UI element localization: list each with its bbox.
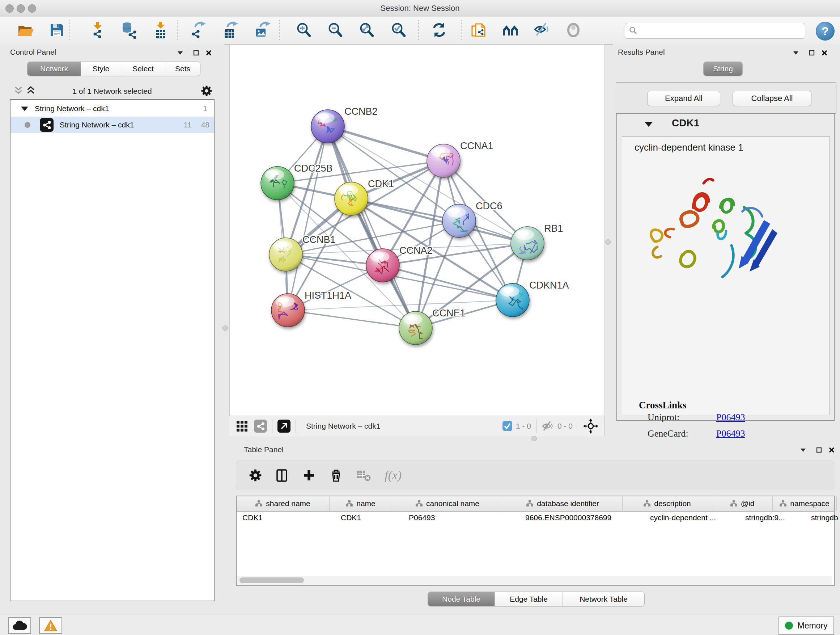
tab-string[interactable]: String	[704, 62, 742, 76]
control-panel-menu-icon[interactable]	[177, 50, 183, 56]
column-header-shared-name[interactable]: shared name	[237, 496, 330, 511]
entry-name: CDK1	[672, 117, 699, 129]
network-view-toolbar: String Network – cdk1 1 - 0 0 - 0	[229, 416, 605, 436]
network-node-CDKN1A[interactable]: CDKN1A	[496, 280, 569, 317]
entry-expander-icon[interactable]	[644, 121, 653, 127]
network-node-CDC25B[interactable]: CDC25B	[261, 163, 333, 200]
network-node-RB1[interactable]: RB1	[511, 223, 563, 260]
delete-table-icon[interactable]	[356, 468, 371, 483]
sphere-highlight	[433, 148, 445, 154]
network-node-CCNA1[interactable]: CCNA1	[427, 141, 493, 177]
network-canvas[interactable]: CCNB2CCNA1CDC25BCDK1CDC6RB1CCNB1CCNA2CDK…	[229, 44, 605, 416]
selected-checkbox-icon[interactable]	[502, 421, 512, 431]
add-column-icon[interactable]	[302, 469, 316, 482]
table-row[interactable]: CDK1CDK1P064939606.ENSP00000378699cyclin…	[237, 511, 834, 524]
zoom-selected-icon[interactable]	[390, 21, 407, 39]
results-panel-close-icon[interactable]	[821, 50, 828, 56]
show-columns-icon[interactable]	[275, 468, 289, 483]
network-options-gear-icon[interactable]	[201, 86, 212, 96]
crosslink-value-link[interactable]: P06493	[716, 412, 745, 423]
tab-network[interactable]: Network	[27, 62, 81, 76]
column-header-canonical-name[interactable]: canonical name	[392, 496, 503, 511]
export-image-icon[interactable]	[254, 21, 271, 39]
network-node-CCNE1[interactable]: CCNE1	[399, 308, 466, 345]
import-network-from-database-icon[interactable]	[120, 21, 137, 39]
results-panel-float-icon[interactable]	[808, 50, 815, 56]
network-edge-CCNB2-CCNA1[interactable]	[328, 126, 444, 161]
table-cell[interactable]: CDK1	[335, 511, 403, 524]
expand-all-button[interactable]: Expand All	[647, 91, 720, 106]
tab-style[interactable]: Style	[81, 62, 121, 76]
network-view-title: String Network – cdk1	[306, 422, 380, 431]
network-node-HIST1H1A[interactable]: HIST1H1A	[271, 290, 351, 327]
splitter-handle[interactable]	[605, 239, 611, 245]
save-session-icon[interactable]	[48, 21, 65, 39]
hide-selected-icon[interactable]	[534, 21, 551, 39]
column-header-label: name	[356, 499, 376, 508]
control-panel-float-icon[interactable]	[193, 50, 199, 56]
string-network-icon	[40, 118, 54, 132]
table-cell[interactable]: P06493	[403, 511, 519, 524]
control-panel-title: Control Panel	[10, 48, 56, 57]
first-neighbors-icon[interactable]	[502, 21, 519, 39]
import-table-from-file-icon[interactable]	[152, 21, 169, 39]
column-header-name[interactable]: name	[330, 496, 392, 511]
crosslink-value-link[interactable]: P06493	[716, 428, 745, 439]
apply-preferred-layout-icon[interactable]	[431, 21, 448, 39]
network-edge-HIST1H1A-CCNE1[interactable]	[288, 310, 416, 328]
import-network-from-file-icon[interactable]	[89, 21, 106, 39]
table-cell[interactable]: CDK1	[237, 511, 335, 524]
column-header-description[interactable]: description	[622, 496, 712, 511]
scrollbar-thumb[interactable]	[240, 578, 304, 583]
tab-node-table[interactable]: Node Table	[428, 592, 495, 606]
table-panel: Table Panel f(x) shared namenamecanonica…	[229, 441, 840, 614]
table-cell[interactable]: cyclin-dependent ...	[644, 511, 739, 524]
sphere-highlight	[278, 297, 289, 303]
zoom-in-icon[interactable]	[295, 21, 313, 39]
export-table-icon[interactable]	[222, 21, 239, 39]
navigator-crosshair-icon[interactable]	[583, 418, 598, 434]
help-icon[interactable]: ?	[816, 22, 835, 41]
table-cell[interactable]: stringdb:9...	[739, 511, 805, 524]
collapse-all-button[interactable]: Collapse All	[733, 91, 812, 106]
tab-edge-table[interactable]: Edge Table	[495, 592, 563, 606]
memory-button[interactable]: Memory	[778, 616, 834, 635]
cloud-button[interactable]	[8, 617, 31, 634]
tree-expander-icon[interactable]	[21, 106, 28, 111]
table-cell[interactable]: stringdb	[805, 511, 840, 524]
column-header--id[interactable]: @id	[712, 496, 773, 511]
function-builder-icon[interactable]: f(x)	[385, 469, 401, 482]
delete-column-icon[interactable]	[329, 468, 343, 483]
zoom-out-icon[interactable]	[327, 21, 344, 39]
horizontal-scrollbar[interactable]	[237, 576, 832, 585]
results-panel-menu-icon[interactable]	[793, 50, 799, 56]
tab-network-table[interactable]: Network Table	[563, 592, 644, 606]
open-in-window-icon[interactable]	[278, 420, 291, 432]
warnings-button[interactable]	[39, 617, 62, 634]
tab-select[interactable]: Select	[121, 62, 165, 76]
sphere-highlight	[373, 252, 384, 258]
network-collection-row[interactable]: String Network – cdk1 1	[11, 101, 214, 117]
control-panel-close-icon[interactable]	[205, 50, 212, 56]
table-panel-close-icon[interactable]	[829, 447, 835, 453]
splitter-handle[interactable]	[531, 436, 537, 441]
table-panel-float-icon[interactable]	[816, 447, 822, 453]
show-all-icon[interactable]	[565, 21, 583, 39]
search-input[interactable]	[638, 23, 805, 39]
column-header-namespace[interactable]: namespace	[773, 496, 837, 511]
grid-view-icon[interactable]	[236, 420, 248, 432]
network-edge-CDKN1A-HIST1H1A[interactable]	[288, 300, 513, 310]
splitter-handle[interactable]	[223, 325, 228, 331]
network-row-selected[interactable]: String Network – cdk1 11 48	[11, 117, 214, 133]
network-thumbnail-icon[interactable]	[254, 420, 267, 432]
export-network-icon[interactable]	[189, 21, 207, 39]
table-panel-menu-icon[interactable]	[800, 447, 806, 453]
open-session-icon[interactable]	[17, 21, 34, 39]
table-options-gear-icon[interactable]	[249, 469, 262, 481]
zoom-fit-content-icon[interactable]	[358, 21, 376, 39]
table-cell[interactable]: 9606.ENSP00000378699	[519, 511, 644, 524]
tab-sets[interactable]: Sets	[165, 62, 200, 76]
clone-network-icon[interactable]	[470, 21, 487, 39]
hidden-eye-icon[interactable]	[542, 420, 554, 432]
column-header-database-identifier[interactable]: database identifier	[503, 496, 622, 511]
